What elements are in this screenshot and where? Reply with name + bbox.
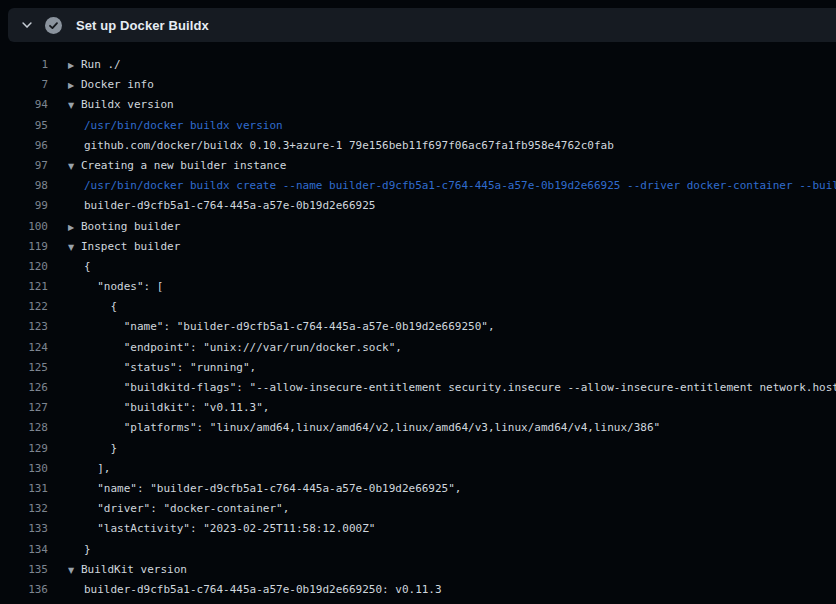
log-line: 96github.com/docker/buildx 0.10.3+azure-… xyxy=(0,136,836,156)
triangle-right-icon[interactable]: ▶ xyxy=(68,76,81,95)
line-number[interactable]: 121 xyxy=(0,277,48,297)
log-line: 132 "driver": "docker-container", xyxy=(0,499,836,519)
log-line: 100▶Booting builder xyxy=(0,217,836,237)
log-line: 125 "status": "running", xyxy=(0,358,836,378)
triangle-down-icon[interactable]: ▼ xyxy=(68,238,81,257)
log-line: 126 "buildkitd-flags": "--allow-insecure… xyxy=(0,378,836,398)
line-number[interactable]: 94 xyxy=(0,95,48,115)
log-output-text: "buildkitd-flags": "--allow-insecure-ent… xyxy=(48,378,836,398)
log-line: 120{ xyxy=(0,257,836,277)
group-label: Run ./ xyxy=(81,58,121,71)
triangle-down-icon[interactable]: ▼ xyxy=(68,157,81,176)
log-output-text: "buildkit": "v0.11.3", xyxy=(48,398,836,418)
line-number[interactable]: 132 xyxy=(0,499,48,519)
line-number[interactable]: 123 xyxy=(0,317,48,337)
group-label: Docker info xyxy=(81,78,154,91)
log-line: 124 "endpoint": "unix:///var/run/docker.… xyxy=(0,338,836,358)
line-number[interactable]: 7 xyxy=(0,75,48,95)
line-number[interactable]: 134 xyxy=(0,540,48,560)
group-label: Booting builder xyxy=(81,220,180,233)
group-label: Buildx version xyxy=(81,98,174,111)
line-number[interactable]: 128 xyxy=(0,418,48,438)
log-command-text: /usr/bin/docker buildx version xyxy=(48,116,836,136)
line-number[interactable]: 99 xyxy=(0,196,48,216)
log-output-text: } xyxy=(48,439,836,459)
log-line: 123 "name": "builder-d9cfb5a1-c764-445a-… xyxy=(0,317,836,337)
line-number[interactable]: 120 xyxy=(0,257,48,277)
log-line: 1▶Run ./ xyxy=(0,55,836,75)
log-output-text: "lastActivity": "2023-02-25T11:58:12.000… xyxy=(48,519,836,539)
actions-log-page: Set up Docker Buildx 1▶Run ./7▶Docker in… xyxy=(0,0,836,604)
line-number[interactable]: 129 xyxy=(0,439,48,459)
log-line: 134} xyxy=(0,540,836,560)
step-title: Set up Docker Buildx xyxy=(76,18,209,33)
log-line: 128 "platforms": "linux/amd64,linux/amd6… xyxy=(0,418,836,438)
line-number[interactable]: 98 xyxy=(0,176,48,196)
log-output-text: builder-d9cfb5a1-c764-445a-a57e-0b19d2e6… xyxy=(48,196,836,216)
line-number[interactable]: 127 xyxy=(0,398,48,418)
line-number[interactable]: 95 xyxy=(0,116,48,136)
log-viewer: 1▶Run ./7▶Docker info94▼Buildx version95… xyxy=(0,42,836,604)
log-output-text: builder-d9cfb5a1-c764-445a-a57e-0b19d2e6… xyxy=(48,580,836,600)
log-group-header[interactable]: ▼BuildKit version xyxy=(48,560,836,580)
log-output-text: "driver": "docker-container", xyxy=(48,499,836,519)
log-group-header[interactable]: ▼Buildx version xyxy=(48,95,836,115)
log-line: 7▶Docker info xyxy=(0,75,836,95)
line-number[interactable]: 97 xyxy=(0,156,48,176)
line-number[interactable]: 130 xyxy=(0,459,48,479)
log-output-text: "nodes": [ xyxy=(48,277,836,297)
log-output-text: { xyxy=(48,257,836,277)
line-number[interactable]: 100 xyxy=(0,217,48,237)
log-output-text: github.com/docker/buildx 0.10.3+azure-1 … xyxy=(48,136,836,156)
log-output-text: "name": "builder-d9cfb5a1-c764-445a-a57e… xyxy=(48,479,836,499)
line-number[interactable]: 135 xyxy=(0,560,48,580)
log-line: 94▼Buildx version xyxy=(0,95,836,115)
log-line: 122 { xyxy=(0,297,836,317)
log-line: 98/usr/bin/docker buildx create --name b… xyxy=(0,176,836,196)
line-number[interactable]: 1 xyxy=(0,55,48,75)
triangle-right-icon[interactable]: ▶ xyxy=(68,56,81,75)
triangle-down-icon[interactable]: ▼ xyxy=(68,96,81,115)
log-line: 130 ], xyxy=(0,459,836,479)
line-number[interactable]: 119 xyxy=(0,237,48,257)
log-group-header[interactable]: ▶Booting builder xyxy=(48,217,836,237)
log-group-header[interactable]: ▼Inspect builder xyxy=(48,237,836,257)
log-line: 99builder-d9cfb5a1-c764-445a-a57e-0b19d2… xyxy=(0,196,836,216)
log-group-header[interactable]: ▼Creating a new builder instance xyxy=(48,156,836,176)
step-header[interactable]: Set up Docker Buildx xyxy=(8,8,836,42)
log-line: 95/usr/bin/docker buildx version xyxy=(0,116,836,136)
triangle-right-icon[interactable]: ▶ xyxy=(68,218,81,237)
log-line: 127 "buildkit": "v0.11.3", xyxy=(0,398,836,418)
log-line: 131 "name": "builder-d9cfb5a1-c764-445a-… xyxy=(0,479,836,499)
line-number[interactable]: 131 xyxy=(0,479,48,499)
log-output-text: "endpoint": "unix:///var/run/docker.sock… xyxy=(48,338,836,358)
line-number[interactable]: 126 xyxy=(0,378,48,398)
log-output-text: { xyxy=(48,297,836,317)
line-number[interactable]: 125 xyxy=(0,358,48,378)
log-line: 136builder-d9cfb5a1-c764-445a-a57e-0b19d… xyxy=(0,580,836,600)
line-number[interactable]: 122 xyxy=(0,297,48,317)
check-circle-icon xyxy=(45,17,62,34)
line-number[interactable]: 133 xyxy=(0,519,48,539)
log-output-text: "status": "running", xyxy=(48,358,836,378)
log-line: 135▼BuildKit version xyxy=(0,560,836,580)
log-line: 119▼Inspect builder xyxy=(0,237,836,257)
log-line: 133 "lastActivity": "2023-02-25T11:58:12… xyxy=(0,519,836,539)
group-label: Creating a new builder instance xyxy=(81,159,286,172)
log-group-header[interactable]: ▶Run ./ xyxy=(48,55,836,75)
chevron-down-icon[interactable] xyxy=(20,18,34,32)
log-command-text: /usr/bin/docker buildx create --name bui… xyxy=(48,176,836,196)
line-number[interactable]: 124 xyxy=(0,338,48,358)
log-output-text: "name": "builder-d9cfb5a1-c764-445a-a57e… xyxy=(48,317,836,337)
log-output-text: "platforms": "linux/amd64,linux/amd64/v2… xyxy=(48,418,836,438)
log-output-text: } xyxy=(48,540,836,560)
group-label: BuildKit version xyxy=(81,563,187,576)
log-line: 97▼Creating a new builder instance xyxy=(0,156,836,176)
line-number[interactable]: 136 xyxy=(0,580,48,600)
line-number[interactable]: 96 xyxy=(0,136,48,156)
triangle-down-icon[interactable]: ▼ xyxy=(68,561,81,580)
log-output-text: ], xyxy=(48,459,836,479)
log-line: 121 "nodes": [ xyxy=(0,277,836,297)
log-group-header[interactable]: ▶Docker info xyxy=(48,75,836,95)
group-label: Inspect builder xyxy=(81,240,180,253)
